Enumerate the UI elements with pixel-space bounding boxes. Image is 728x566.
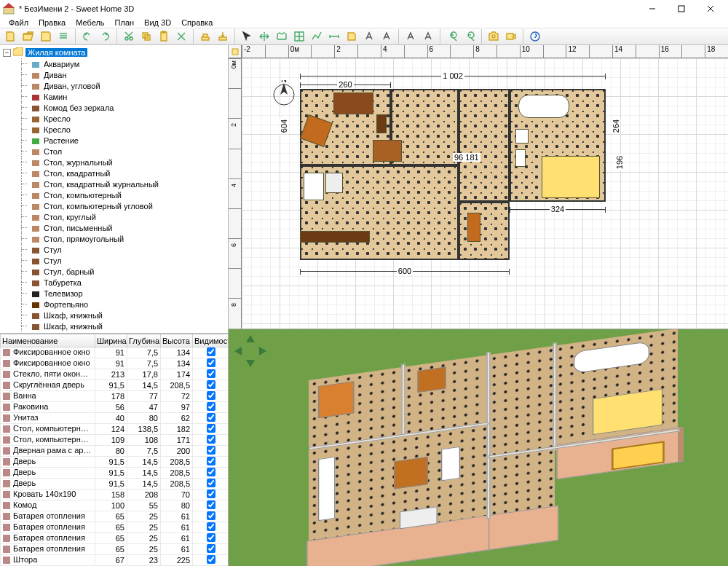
column-header[interactable]: Высота	[161, 334, 193, 347]
table-row[interactable]: Скруглённая дверь91,514,5208,5	[1, 380, 229, 391]
visibility-checkbox[interactable]	[207, 555, 215, 564]
visibility-checkbox[interactable]	[207, 479, 215, 487]
catalog-item[interactable]: Шкаф, книжный	[1, 310, 226, 321]
table-row[interactable]: Раковина564797	[1, 402, 229, 413]
menu-справка[interactable]: Справка	[177, 17, 217, 28]
catalog-item[interactable]: Стол, компьютерный угловой	[1, 200, 226, 211]
toolbar-create-walls-button[interactable]	[274, 28, 290, 44]
toolbar-zoom-out-button[interactable]	[462, 28, 478, 44]
table-row[interactable]: Дверь91,514,5208,5	[1, 457, 229, 468]
column-header[interactable]: Видимость	[193, 334, 229, 347]
catalog-item[interactable]: Стол, компьютерный	[1, 189, 226, 200]
menu-файл[interactable]: Файл	[4, 17, 33, 28]
catalog-item[interactable]: Стол	[1, 146, 226, 157]
compass-icon[interactable]: N	[271, 80, 297, 106]
toolbar-delete-button[interactable]	[173, 28, 189, 44]
catalog-item[interactable]: Комод без зеркала	[1, 102, 226, 113]
column-header[interactable]: Ширина	[95, 334, 127, 347]
toolbar-zoom-in-button[interactable]	[444, 28, 460, 44]
toolbar-create-dimensions-button[interactable]	[326, 28, 342, 44]
table-row[interactable]: Дверь91,514,5208,5	[1, 479, 229, 490]
catalog-item[interactable]: Аквариум	[1, 58, 226, 69]
catalog-item[interactable]: Табуретка	[1, 277, 226, 288]
nav-down-icon[interactable]	[246, 360, 255, 367]
category-label[interactable]: Жилая комната	[25, 48, 87, 57]
toolbar-redo-button[interactable]	[97, 28, 113, 44]
visibility-checkbox[interactable]	[207, 533, 215, 542]
toolbar-video-button[interactable]	[503, 28, 519, 44]
catalog-item[interactable]: Стол, прямоугольный	[1, 233, 226, 244]
minimize-button[interactable]	[638, 0, 667, 17]
column-header[interactable]: Глубина	[127, 334, 161, 347]
catalog-item[interactable]: Стул	[1, 244, 226, 255]
plan-canvas[interactable]: N	[242, 58, 728, 329]
column-header[interactable]: Наименование	[1, 334, 95, 347]
catalog-item[interactable]: Стол, журнальный	[1, 157, 226, 168]
catalog-item[interactable]: Стол, письменный	[1, 222, 226, 233]
collapse-icon[interactable]: −	[3, 49, 11, 57]
table-row[interactable]: Батарея отопления652561	[1, 522, 229, 533]
table-row[interactable]: Батарея отопления652561	[1, 533, 229, 544]
catalog-item[interactable]: Кресло	[1, 113, 226, 124]
toolbar-cut-button[interactable]	[121, 28, 137, 44]
catalog-item[interactable]: Стол, круглый	[1, 211, 226, 222]
visibility-checkbox[interactable]	[207, 435, 215, 444]
toolbar-import-furniture-button[interactable]	[215, 28, 231, 44]
category-node[interactable]: − Жилая комната	[1, 47, 226, 58]
visibility-checkbox[interactable]	[207, 468, 215, 476]
toolbar-open-button[interactable]	[20, 28, 36, 44]
toolbar-select-button[interactable]	[239, 28, 255, 44]
table-row[interactable]: Стол, компьютерн…124138,5182	[1, 424, 229, 435]
table-row[interactable]: Стол, компьютерн…109108171	[1, 435, 229, 446]
catalog-item[interactable]: Стол, квадратный	[1, 168, 226, 178]
catalog-item[interactable]: Диван, угловой	[1, 80, 226, 91]
menu-мебель[interactable]: Мебель	[71, 17, 108, 28]
visibility-checkbox[interactable]	[207, 544, 215, 553]
menu-вид 3d[interactable]: Вид 3D	[140, 17, 175, 28]
toolbar-paste-button[interactable]	[156, 28, 172, 44]
menu-правка[interactable]: Правка	[34, 17, 70, 28]
table-row[interactable]: Батарея отопления652561	[1, 511, 229, 522]
table-row[interactable]: Дверь91,514,5208,5	[1, 468, 229, 479]
toolbar-text-style-a1-button[interactable]	[361, 28, 377, 44]
catalog-item[interactable]: Фортепьяно	[1, 299, 226, 310]
visibility-checkbox[interactable]	[207, 380, 215, 389]
toolbar-preferences-button[interactable]	[55, 28, 71, 44]
plan-view-2d[interactable]: -20м24681012141618 0м2468 N	[229, 45, 728, 329]
toolbar-add-furniture-button[interactable]	[197, 28, 213, 44]
visibility-checkbox[interactable]	[207, 511, 215, 520]
visibility-checkbox[interactable]	[207, 522, 215, 531]
visibility-checkbox[interactable]	[207, 424, 215, 433]
catalog-item[interactable]: Стол, квадратный журнальный	[1, 178, 226, 189]
visibility-checkbox[interactable]	[207, 457, 215, 465]
table-row[interactable]: Кровать 140x19015820870	[1, 490, 229, 500]
toolbar-create-polylines-button[interactable]	[309, 28, 325, 44]
visibility-checkbox[interactable]	[207, 500, 215, 509]
toolbar-undo-button[interactable]	[79, 28, 95, 44]
toolbar-text-style-a3-button[interactable]	[403, 28, 419, 44]
visibility-checkbox[interactable]	[207, 446, 215, 455]
visibility-checkbox[interactable]	[207, 391, 215, 400]
nav-left-icon[interactable]	[234, 347, 242, 355]
table-row[interactable]: Фиксированное окно917,5134	[1, 358, 229, 369]
catalog-item[interactable]: Шкаф, книжный	[1, 321, 226, 331]
catalog-item[interactable]: Диван	[1, 69, 226, 80]
toolbar-pan-button[interactable]	[256, 28, 272, 44]
toolbar-help-button[interactable]	[527, 28, 543, 44]
table-row[interactable]: Стекло, пяти окон…21317,8174	[1, 369, 229, 380]
catalog-item[interactable]: Стул, барный	[1, 266, 226, 277]
table-row[interactable]: Унитаз408062	[1, 413, 229, 424]
table-row[interactable]: Ванна1787772	[1, 391, 229, 402]
toolbar-new-button[interactable]	[3, 28, 19, 44]
catalog-item[interactable]: Камин	[1, 91, 226, 102]
nav-3d-controls[interactable]	[234, 335, 266, 367]
visibility-checkbox[interactable]	[207, 402, 215, 411]
table-row[interactable]: Штора6723225	[1, 555, 229, 566]
catalog-item[interactable]: Телевизор	[1, 288, 226, 299]
furniture-catalog[interactable]: − Жилая комната АквариумДиванДиван, угло…	[0, 45, 228, 334]
maximize-button[interactable]	[667, 0, 696, 17]
catalog-item[interactable]: Кресло	[1, 124, 226, 135]
ruler-origin-icon[interactable]	[229, 45, 242, 58]
visibility-checkbox[interactable]	[207, 358, 215, 367]
nav-up-icon[interactable]	[246, 335, 255, 342]
